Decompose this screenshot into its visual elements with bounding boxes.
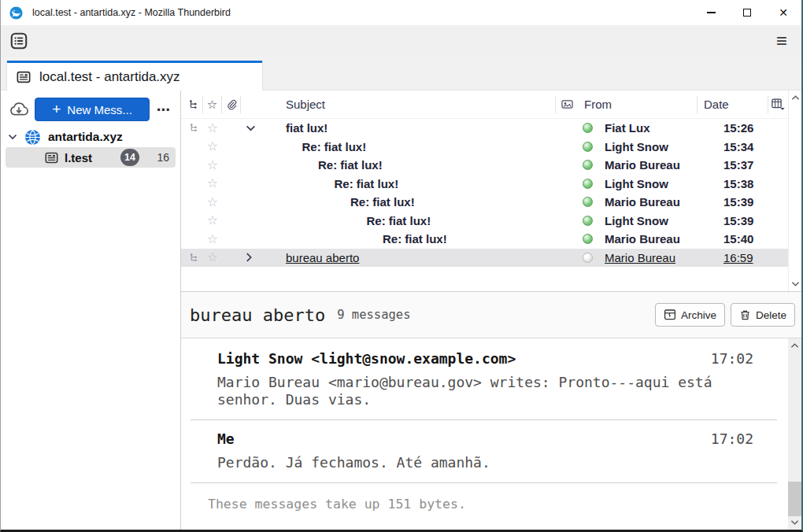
thread-icon xyxy=(184,123,203,133)
unread-dot-icon xyxy=(583,216,593,226)
message-row[interactable]: ☆ Re: fiat lux! Mario Bureau 15:37 xyxy=(181,156,788,175)
column-date[interactable]: Date xyxy=(697,96,768,113)
delete-button[interactable]: Delete xyxy=(731,303,795,327)
message-row[interactable]: ☆ Re: fiat lux! Light Snow 15:39 xyxy=(181,212,788,231)
column-attachment[interactable] xyxy=(222,96,241,113)
column-thread[interactable] xyxy=(184,96,203,113)
message-scroll-area: Light Snow <light@snow.example.com> 17:0… xyxy=(181,338,788,530)
window-controls: ✕ xyxy=(693,0,801,25)
read-dot-icon xyxy=(583,253,593,263)
subject-cell: Re: fiat lux! xyxy=(241,195,575,209)
subject-cell: fiat lux! xyxy=(241,121,575,135)
spaces-toolbar-button[interactable] xyxy=(9,31,29,51)
column-subject[interactable]: Subject xyxy=(241,96,555,113)
thunderbird-window: local.test - antartida.xyz - Mozilla Thu… xyxy=(0,0,803,532)
sidebar-item-folder[interactable]: l.test 14 16 xyxy=(6,147,176,168)
window-title: local.test - antartida.xyz - Mozilla Thu… xyxy=(32,7,231,18)
from-cell: Fiat Lux xyxy=(599,121,717,135)
chevron-down-icon[interactable] xyxy=(8,134,17,140)
star-toggle[interactable]: ☆ xyxy=(203,251,222,264)
subject-cell: bureau aberto xyxy=(241,251,575,264)
from-cell: Light Snow xyxy=(599,177,717,190)
maximize-button[interactable] xyxy=(729,0,765,25)
folder-name: l.test xyxy=(65,151,92,164)
message-body: Mario Bureau <mario@bureau.gov> writes: … xyxy=(217,374,737,408)
scrollbar-thumb[interactable] xyxy=(788,482,801,516)
maximize-icon xyxy=(743,9,751,17)
column-correspondents[interactable] xyxy=(555,96,579,113)
from-cell: Mario Bureau xyxy=(599,158,717,172)
spaces-icon xyxy=(10,32,28,50)
star-toggle[interactable]: ☆ xyxy=(203,122,222,135)
account-name: antartida.xyz xyxy=(48,130,123,144)
star-toggle[interactable]: ☆ xyxy=(203,159,222,172)
from-cell: Mario Bureau xyxy=(599,251,717,264)
scroll-up-icon[interactable] xyxy=(791,94,800,101)
subject-cell: Re: fiat lux! xyxy=(241,177,575,190)
scroll-down-icon[interactable] xyxy=(790,519,799,526)
star-toggle[interactable]: ☆ xyxy=(203,140,222,153)
message-separator xyxy=(191,419,777,420)
message-reader-pane: Light Snow <light@snow.example.com> 17:0… xyxy=(181,338,801,530)
hamburger-menu-icon: ≡ xyxy=(776,30,787,51)
app-menu-button[interactable]: ≡ xyxy=(773,31,790,50)
message-list-pane: ☆ Subject From Dat xyxy=(181,91,801,292)
date-cell: 16:59 xyxy=(717,251,788,264)
date-cell: 15:39 xyxy=(717,195,788,209)
message-time: 17:02 xyxy=(711,350,753,367)
unread-dot-icon xyxy=(583,197,593,207)
unread-dot-icon xyxy=(583,234,593,244)
twisty-collapsed-icon[interactable] xyxy=(246,253,253,263)
scroll-up-icon[interactable] xyxy=(790,342,799,349)
message-item: Me 17:02 Perdão. Já fechamos. Até amanhã… xyxy=(217,430,753,471)
message-header[interactable]: Me 17:02 xyxy=(217,430,753,447)
cloud-download-icon xyxy=(9,99,29,120)
star-toggle[interactable]: ☆ xyxy=(203,196,222,209)
message-row[interactable]: ☆ Re: fiat lux! Light Snow 15:34 xyxy=(181,138,788,157)
column-star[interactable]: ☆ xyxy=(203,96,222,113)
message-row[interactable]: ☆ Re: fiat lux! Light Snow 15:38 xyxy=(181,175,788,194)
thread-title: bureau aberto xyxy=(190,305,325,325)
tab-bar: local.test - antartida.xyz xyxy=(1,57,801,91)
column-from[interactable]: From xyxy=(579,96,697,113)
star-toggle[interactable]: ☆ xyxy=(203,233,222,246)
archive-button[interactable]: Archive xyxy=(655,303,725,327)
main-content: + New Mess... ⋯ antartida.xyz l.test xyxy=(1,91,801,530)
get-messages-button[interactable] xyxy=(7,98,31,120)
titlebar: local.test - antartida.xyz - Mozilla Thu… xyxy=(1,0,801,25)
message-item: Light Snow <light@snow.example.com> 17:0… xyxy=(217,350,753,408)
star-column-icon: ☆ xyxy=(207,98,217,110)
subject-cell: Re: fiat lux! xyxy=(241,214,575,227)
message-row-selected[interactable]: ☆ bureau aberto Mario Bureau 16:59 xyxy=(181,249,788,268)
paperclip-icon xyxy=(226,99,237,110)
close-button[interactable]: ✕ xyxy=(765,0,801,25)
new-message-label: New Mess... xyxy=(67,103,132,116)
unread-dot-icon xyxy=(583,142,593,152)
date-cell: 15:38 xyxy=(717,177,788,190)
minimize-button[interactable] xyxy=(693,0,729,25)
message-row[interactable]: ☆ Re: fiat lux! Mario Bureau 15:39 xyxy=(181,193,788,212)
star-toggle[interactable]: ☆ xyxy=(203,177,222,190)
thread-column-icon xyxy=(188,99,199,110)
message-row[interactable]: ☆ fiat lux! Fiat Lux 15:26 xyxy=(181,119,788,138)
twisty-expanded-icon[interactable] xyxy=(246,124,256,131)
message-list: ☆ Subject From Dat xyxy=(181,91,788,291)
unread-status xyxy=(575,160,599,170)
folder-sidebar: + New Mess... ⋯ antartida.xyz l.test xyxy=(1,91,181,530)
read-status xyxy=(575,253,599,263)
sidebar-item-account[interactable]: antartida.xyz xyxy=(1,127,180,147)
message-row[interactable]: ☆ Re: fiat lux! Mario Bureau 15:40 xyxy=(181,230,788,249)
star-toggle[interactable]: ☆ xyxy=(203,214,222,227)
globe-icon xyxy=(24,129,41,146)
list-scrollbar[interactable] xyxy=(788,91,801,291)
message-time: 17:02 xyxy=(711,430,753,447)
tab-mail-folder[interactable]: local.test - antartida.xyz xyxy=(7,61,262,91)
new-message-button[interactable]: + New Mess... xyxy=(35,98,150,121)
column-picker-button[interactable] xyxy=(768,96,788,113)
scroll-down-icon[interactable] xyxy=(791,281,800,287)
message-header[interactable]: Light Snow <light@snow.example.com> 17:0… xyxy=(217,350,753,367)
mail-pane: ☆ Subject From Dat xyxy=(181,91,801,530)
newspaper-icon xyxy=(17,70,31,84)
sidebar-options-button[interactable]: ⋯ xyxy=(152,102,176,118)
thread-actions: Archive Delete xyxy=(655,303,795,327)
